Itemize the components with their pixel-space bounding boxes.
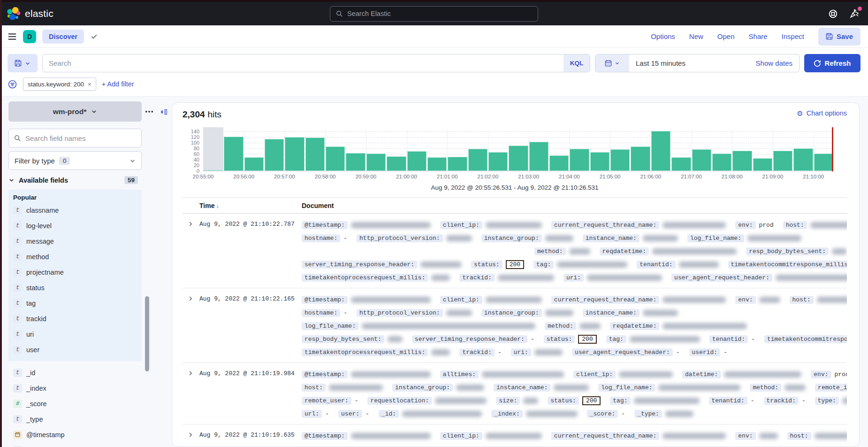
histogram-bar[interactable]	[509, 146, 528, 171]
histogram-bar[interactable]	[488, 152, 508, 171]
sidebar-field-uri[interactable]: turi	[8, 326, 142, 342]
histogram-bar[interactable]	[814, 154, 833, 171]
kql-search-input[interactable]: Search KQL	[42, 54, 590, 72]
filter-chip-close-icon[interactable]: ×	[88, 81, 91, 88]
global-search-input[interactable]: Search Elastic	[330, 6, 538, 22]
elastic-logo[interactable]: elastic	[7, 7, 53, 21]
histogram-bar[interactable]	[448, 157, 467, 171]
field-value-redacted	[724, 371, 801, 378]
help-icon[interactable]	[828, 9, 838, 19]
index-pattern-selector[interactable]: wm-prod*	[8, 101, 142, 122]
document-field: client_ip:	[440, 432, 542, 440]
sidebar-field-@timestamp[interactable]: @timestamp	[8, 427, 142, 442]
sidebar-field-message[interactable]: tmessage	[8, 233, 142, 249]
histogram-bar[interactable]	[305, 138, 325, 171]
histogram-bar[interactable]	[692, 149, 711, 171]
expand-row-icon[interactable]	[183, 218, 199, 227]
sidebar-field-_type[interactable]: t_type	[8, 411, 142, 427]
histogram-bar[interactable]	[346, 153, 365, 171]
filter-chip-status-200[interactable]: status.keyword: 200 ×	[23, 77, 96, 91]
date-picker-calendar-button[interactable]	[595, 54, 629, 72]
show-dates-link[interactable]: Show dates	[756, 59, 799, 67]
sidebar-scrollbar-thumb[interactable]	[145, 296, 149, 371]
time-column-header[interactable]: Time↓	[199, 202, 302, 209]
histogram-bar[interactable]	[651, 131, 670, 171]
histogram-bar[interactable]	[570, 149, 589, 171]
field-view-options-icon[interactable]	[145, 108, 153, 116]
histogram-bar[interactable]	[529, 142, 548, 171]
document-field: http_protocol_version:	[357, 234, 472, 242]
sidebar-field-status[interactable]: tstatus	[8, 280, 142, 295]
sidebar-field-_score[interactable]: #_score	[8, 396, 142, 411]
histogram-bar[interactable]	[773, 151, 792, 171]
sidebar-field-log-level[interactable]: tlog-level	[8, 218, 142, 233]
sidebar-field-user[interactable]: tuser	[8, 342, 142, 357]
histogram-bar[interactable]	[427, 157, 447, 171]
open-link[interactable]: Open	[717, 32, 735, 40]
options-link[interactable]: Options	[651, 32, 675, 40]
histogram-bar[interactable]	[326, 146, 345, 171]
histogram-bar[interactable]	[671, 157, 691, 171]
expand-row-icon[interactable]	[183, 368, 199, 377]
histogram-bar[interactable]	[407, 151, 426, 171]
sidebar-field-classname[interactable]: tclassname	[8, 202, 142, 218]
saved-query-menu-button[interactable]	[8, 54, 38, 72]
histogram-bar[interactable]	[387, 156, 406, 171]
filter-menu-icon[interactable]	[8, 79, 17, 89]
document-field: status:200	[548, 396, 601, 405]
histogram-bar[interactable]	[224, 137, 243, 171]
document-field-line: @timestamp:client_ip:current_request_thr…	[302, 293, 847, 306]
histogram-bar[interactable]	[610, 149, 630, 171]
histogram-plot[interactable]: 140120100806040200	[203, 130, 834, 171]
field-label-pill: user:	[338, 410, 362, 418]
chart-options-button[interactable]: ⚙ Chart options	[797, 109, 847, 117]
field-search-input[interactable]: Search field names	[8, 129, 142, 147]
save-button[interactable]: Save	[818, 28, 860, 46]
sidebar-field-trackid[interactable]: ttrackid	[8, 311, 142, 326]
saved-search-check-icon[interactable]	[90, 32, 98, 40]
document-field: url:-	[302, 410, 329, 418]
document-field: tenantid:-	[709, 397, 754, 405]
expand-row-icon[interactable]	[183, 293, 199, 302]
collapse-sidebar-icon[interactable]	[160, 108, 168, 116]
histogram-bar[interactable]	[285, 137, 304, 171]
field-value-redacted	[446, 310, 472, 316]
histogram-bar[interactable]	[468, 149, 487, 171]
space-avatar[interactable]: D	[23, 30, 36, 43]
share-link[interactable]: Share	[749, 32, 768, 40]
breadcrumb-discover[interactable]: Discover	[42, 30, 84, 44]
saved-query-icon	[15, 60, 22, 67]
expand-row-icon[interactable]	[183, 429, 199, 438]
document-field: remote_user:-	[302, 397, 358, 405]
histogram-bar[interactable]	[753, 158, 772, 171]
histogram-bar[interactable]	[204, 170, 223, 171]
sidebar-field-method[interactable]: tmethod	[8, 249, 142, 264]
refresh-button[interactable]: Refresh	[804, 54, 860, 72]
filter-by-type-dropdown[interactable]: Filter by type 0	[8, 151, 142, 170]
histogram-bar[interactable]	[712, 154, 731, 171]
news-feed-icon[interactable]	[849, 8, 860, 19]
histogram-bar[interactable]	[631, 146, 650, 171]
available-fields-accordion[interactable]: Available fields 59	[8, 176, 142, 184]
sidebar-field-projectname[interactable]: tprojectname	[8, 264, 142, 280]
histogram-bar[interactable]	[732, 151, 752, 171]
document-field: client_ip:	[573, 370, 673, 378]
time-range-value[interactable]: Last 15 minutes	[629, 59, 756, 67]
kql-language-button[interactable]: KQL	[563, 54, 590, 72]
histogram-bar[interactable]	[366, 154, 386, 171]
sidebar-field-_index[interactable]: t_index	[8, 380, 142, 396]
histogram-bar[interactable]	[244, 157, 264, 171]
sidebar-field-tag[interactable]: ttag	[8, 295, 142, 311]
sidebar-field-_id[interactable]: t_id	[8, 365, 142, 380]
field-value-redacted	[815, 433, 847, 439]
new-link[interactable]: New	[689, 32, 703, 40]
add-filter-link[interactable]: + Add filter	[102, 80, 134, 88]
menu-hamburger-icon[interactable]	[8, 32, 17, 41]
inspect-link[interactable]: Inspect	[782, 32, 804, 40]
histogram-bar[interactable]	[793, 148, 813, 171]
table-row: Aug 9, 2022 @ 21:10:19.984@timestamp:all…	[183, 362, 847, 424]
histogram-bar[interactable]	[590, 152, 609, 171]
histogram-bar[interactable]	[549, 155, 569, 171]
sidebar-field-accountid[interactable]: taccountid	[8, 442, 142, 447]
histogram-bar[interactable]	[265, 139, 284, 171]
